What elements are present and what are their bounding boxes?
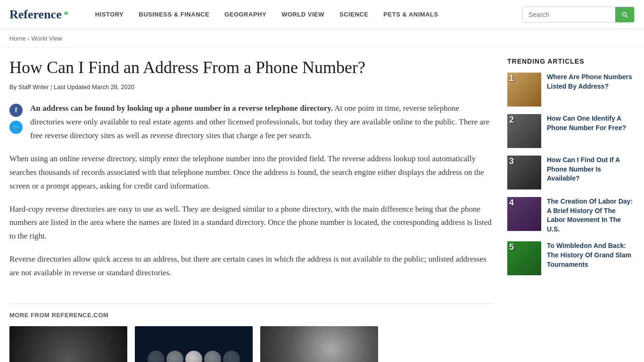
search-icon [621,11,628,18]
trending-item-3[interactable]: 3 How Can I Find Out If A Phone Number I… [507,156,635,189]
trending-item-1-text: Where Are Phone Numbers Listed By Addres… [547,73,635,91]
article-updated-label: Last Updated [54,83,90,90]
more-from-img-1[interactable] [9,326,127,362]
more-from-img-3[interactable] [260,326,378,362]
facebook-icon[interactable]: f [9,104,23,117]
trending-item-3-num: 3 [509,156,514,166]
main-nav: HISTORY BUSINESS & FINANCE GEOGRAPHY WOR… [88,11,522,18]
trending-item-5-num: 5 [509,242,514,252]
breadcrumb-sep: › [27,35,29,42]
trending-item-4-img-wrap: 4 [507,197,541,231]
more-from-img-2[interactable] [135,326,253,362]
search-box [522,7,635,23]
social-icons: f 🐦 [9,104,23,134]
breadcrumb-home[interactable]: Home [9,35,26,42]
trending-item-1-img-wrap: 1 [507,73,541,107]
search-button[interactable] [615,7,634,22]
trending-item-4-num: 4 [509,198,514,208]
trending-item-1[interactable]: 1 Where Are Phone Numbers Listed By Addr… [507,73,635,107]
trending-item-5-text: To Wimbledon And Back: The History Of Gr… [547,241,635,269]
search-input[interactable] [523,7,615,22]
article-paragraph-2: When using an online reverse directory, … [9,152,493,193]
article-meta: By Staff Writer | Last Updated March 28,… [9,83,493,90]
article-paragraph-3: Hard-copy reverse directories are easy t… [9,203,493,244]
more-from-images [9,326,493,362]
breadcrumb: Home › World View [0,29,644,48]
trending-title: TRENDING ARTICLES [507,58,635,65]
more-from-title: MORE FROM REFERENCE.COM [9,312,493,319]
trending-item-2-num: 2 [509,115,514,125]
logo-asterisk: * [64,8,69,21]
article-bold-intro: An address can be found by looking up a … [30,104,333,113]
article-section: How Can I Find an Address From a Phone N… [9,48,493,362]
nav-pets[interactable]: PETS & ANIMALS [376,11,446,18]
article-paragraph-4: Reverse directories allow quick access t… [9,253,493,280]
article-byline: By Staff Writer [9,83,49,90]
trending-item-4[interactable]: 4 The Creation Of Labor Day: A Brief His… [507,197,635,234]
logo-text: Reference [9,8,62,22]
trending-item-2[interactable]: 2 How Can One Identify A Phone Number Fo… [507,114,635,148]
site-logo[interactable]: Reference* [9,8,69,22]
article-body: f 🐦 An address can be found by looking u… [9,102,493,289]
nav-business[interactable]: BUSINESS & FINANCE [131,11,217,18]
trending-item-2-img-wrap: 2 [507,114,541,148]
nav-geography[interactable]: GEOGRAPHY [217,11,274,18]
main-layout: How Can I Find an Address From a Phone N… [0,48,644,362]
article-title: How Can I Find an Address From a Phone N… [9,58,493,78]
nav-science[interactable]: SCIENCE [332,11,376,18]
sidebar: TRENDING ARTICLES 1 Where Are Phone Numb… [507,48,635,362]
article-paragraph-1: An address can be found by looking up a … [9,102,493,143]
nav-history[interactable]: HISTORY [88,11,132,18]
trending-item-3-text: How Can I Find Out If A Phone Number Is … [547,156,635,183]
more-from-section: MORE FROM REFERENCE.COM [9,304,493,362]
twitter-icon[interactable]: 🐦 [9,121,23,134]
nav-world-view[interactable]: WORLD VIEW [274,11,332,18]
article-updated-date: March 28, 2020 [92,83,134,90]
trending-item-5-img-wrap: 5 [507,241,541,275]
trending-item-2-text: How Can One Identify A Phone Number For … [547,114,635,132]
trending-item-1-num: 1 [509,74,514,83]
trending-item-3-img-wrap: 3 [507,156,541,189]
trending-item-4-text: The Creation Of Labor Day: A Brief Histo… [547,197,635,234]
trending-item-5[interactable]: 5 To Wimbledon And Back: The History Of … [507,241,635,275]
breadcrumb-current: World View [31,35,62,42]
